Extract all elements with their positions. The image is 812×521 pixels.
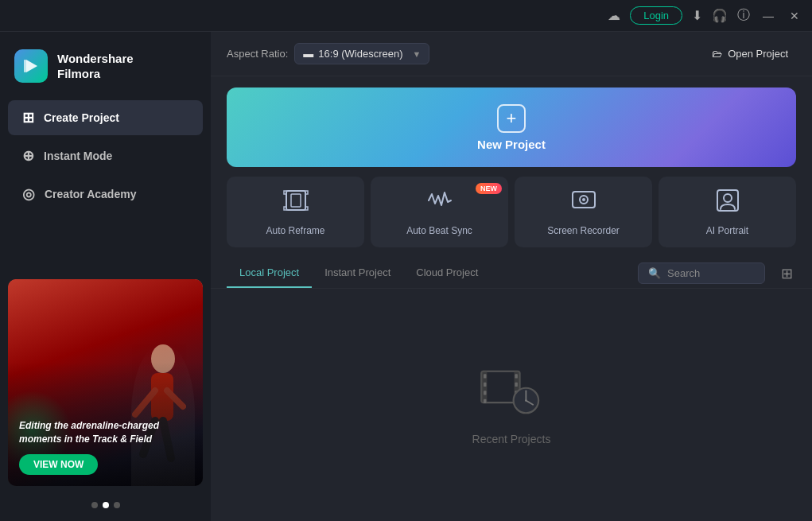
tab-local-project[interactable]: Local Project [227,259,312,288]
open-project-button[interactable]: 🗁 Open Project [704,44,796,64]
info-icon[interactable]: ⓘ [737,7,750,24]
headphone-icon[interactable]: 🎧 [712,8,728,23]
close-button[interactable]: ✕ [787,10,802,22]
dot-2[interactable] [103,502,109,508]
feature-card-auto-reframe[interactable]: Auto Reframe [227,177,364,247]
minimize-button[interactable]: — [760,10,777,22]
aspect-ratio-icon: ▬ [303,48,313,60]
svg-rect-23 [515,383,518,387]
instant-mode-icon: ⊕ [22,147,34,165]
aspect-ratio-dropdown[interactable]: ▬ 16:9 (Widescreen) ▼ [294,43,429,64]
aspect-ratio-label: Aspect Ratio: [227,48,288,60]
feature-cards: Auto Reframe NEW Auto Beat Sync [211,177,812,247]
tabs-right: 🔍 ⊞ [638,262,796,286]
banner-view-now-button[interactable]: VIEW NOW [19,454,98,475]
top-toolbar: Aspect Ratio: ▬ 16:9 (Widescreen) ▼ 🗁 Op… [211,32,812,76]
sidebar: Wondershare Filmora ⊞ Create Project ⊕ I… [0,32,211,521]
svg-point-12 [582,198,585,201]
new-project-label: New Project [477,138,546,151]
nav-create-project-label: Create Project [44,111,119,124]
recent-projects-area: Recent Projects [211,289,812,521]
aspect-ratio-selector: Aspect Ratio: ▬ 16:9 (Widescreen) ▼ [227,43,429,64]
feature-card-ai-portrait[interactable]: AI Portrait [659,177,796,247]
aspect-ratio-value: 16:9 (Widescreen) [318,48,402,60]
login-button[interactable]: Login [630,6,682,25]
banner-dots [0,496,211,511]
auto-beat-sync-label: Auto Beat Sync [406,225,472,236]
auto-beat-sync-icon [427,188,453,219]
svg-rect-9 [291,194,301,207]
dot-3[interactable] [114,502,120,508]
title-bar-icons: ☁ Login ⬇ 🎧 ⓘ — ✕ [608,6,802,25]
app-name: Wondershare Filmora [57,51,134,82]
feature-card-auto-beat-sync[interactable]: NEW Auto Beat Sync [371,177,508,247]
svg-rect-20 [484,391,487,395]
feature-card-screen-recorder[interactable]: Screen Recorder [515,177,652,247]
svg-rect-1 [24,60,26,72]
nav-creator-academy-label: Creator Academy [45,188,136,200]
ai-portrait-label: AI Portrait [706,225,748,236]
auto-reframe-icon [283,188,309,219]
new-badge: NEW [476,183,502,194]
app-logo-icon [14,49,48,83]
sidebar-banner: Editing the adrenaline-charged moments i… [8,279,203,486]
download-icon[interactable]: ⬇ [692,8,702,23]
dot-1[interactable] [91,502,98,508]
grid-toggle-icon[interactable]: ⊞ [778,262,796,286]
open-project-folder-icon: 🗁 [712,48,722,60]
ai-portrait-icon [715,188,740,219]
svg-rect-21 [484,399,487,403]
right-panel: Aspect Ratio: ▬ 16:9 (Widescreen) ▼ 🗁 Op… [211,32,812,521]
title-bar: ☁ Login ⬇ 🎧 ⓘ — ✕ [0,0,812,32]
svg-point-14 [724,194,732,202]
project-tabs: Local Project Instant Project Cloud Proj… [211,259,812,289]
banner-text: Editing the adrenaline-charged moments i… [19,419,192,446]
recent-projects-icon [480,364,543,423]
svg-rect-19 [484,383,487,387]
new-project-banner[interactable]: + New Project [227,87,796,167]
new-project-content: + New Project [477,104,546,151]
new-project-plus-icon: + [497,104,526,133]
auto-reframe-label: Auto Reframe [266,225,324,236]
nav-instant-mode-label: Instant Mode [44,150,112,162]
tabs-left: Local Project Instant Project Cloud Proj… [227,259,491,288]
search-box[interactable]: 🔍 [638,262,765,284]
app-logo: Wondershare Filmora [0,41,211,99]
search-icon: 🔍 [648,267,661,279]
screen-recorder-label: Screen Recorder [547,225,620,236]
cloud-icon[interactable]: ☁ [608,8,620,23]
dropdown-chevron-icon: ▼ [412,49,421,59]
svg-marker-0 [26,60,37,72]
svg-rect-22 [515,374,518,378]
creator-academy-icon: ◎ [22,185,35,203]
create-project-icon: ⊞ [22,109,34,126]
screen-recorder-icon [571,188,596,219]
nav-instant-mode[interactable]: ⊕ Instant Mode [8,138,203,173]
search-input[interactable] [667,267,755,279]
tab-instant-project[interactable]: Instant Project [312,259,403,288]
banner-overlay: Editing the adrenaline-charged moments i… [8,279,203,486]
nav-create-project[interactable]: ⊞ Create Project [8,100,203,135]
open-project-label: Open Project [728,48,788,60]
tab-cloud-project[interactable]: Cloud Project [403,259,491,288]
main-layout: Wondershare Filmora ⊞ Create Project ⊕ I… [0,32,812,521]
recent-projects-label: Recent Projects [472,433,551,445]
nav-creator-academy[interactable]: ◎ Creator Academy [8,177,203,212]
svg-rect-18 [484,374,487,378]
